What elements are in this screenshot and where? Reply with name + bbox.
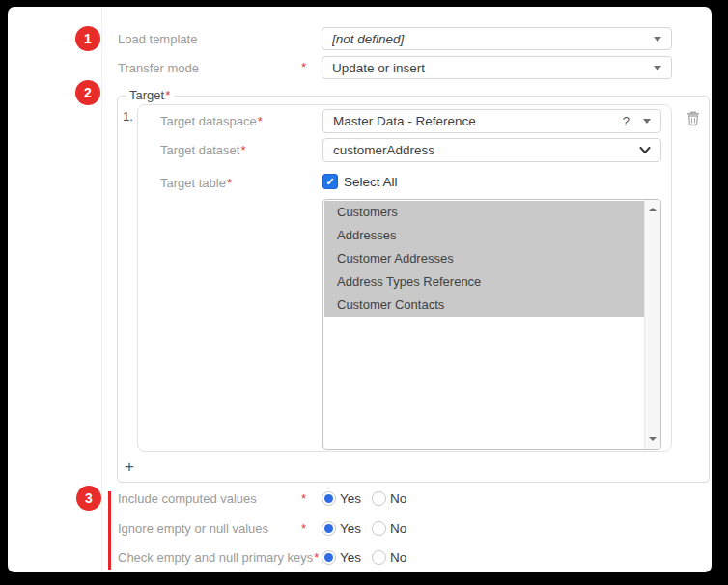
target-dataset-select[interactable]: customerAddress	[322, 138, 661, 162]
annotation-badge-1: 1	[75, 26, 100, 51]
transfer-mode-required-asterisk: *	[301, 60, 306, 74]
ignore-empty-values-label: Ignore empty or null values	[118, 521, 300, 536]
radio-no-label: No	[390, 550, 406, 565]
add-target-button[interactable]: +	[121, 459, 138, 476]
ignore-empty-values-radios: Yes No	[322, 517, 406, 539]
target-dataset-label: Target dataset	[160, 143, 239, 157]
target-dataspace-required-asterisk: *	[258, 114, 263, 128]
transfer-mode-dropdown[interactable]: Update or insert	[322, 56, 672, 79]
delete-target-button[interactable]	[685, 109, 702, 126]
chevron-down-icon	[639, 147, 651, 154]
radio-no[interactable]: No	[372, 491, 406, 506]
list-item[interactable]: Addresses	[324, 224, 644, 247]
target-dataset-value: customerAddress	[333, 143, 639, 157]
transfer-mode-value: Update or insert	[332, 61, 646, 75]
load-template-value: [not defined]	[332, 32, 646, 46]
scroll-down-icon[interactable]	[645, 432, 660, 447]
load-template-row: Load template	[118, 27, 197, 50]
target-dataspace-row: Target dataspace*	[160, 109, 263, 132]
list-item[interactable]: Customers	[324, 201, 644, 224]
required-asterisk: *	[301, 491, 306, 506]
select-all-label: Select All	[344, 175, 398, 189]
include-computed-values-radios: Yes No	[322, 488, 406, 509]
radio-yes-label: Yes	[340, 491, 361, 506]
radio-no[interactable]: No	[372, 550, 406, 565]
annotation-red-line	[108, 491, 111, 570]
select-all-checkbox[interactable]: ✓	[322, 174, 338, 189]
radio-no-label: No	[390, 521, 406, 536]
target-table-required-asterisk: *	[227, 176, 232, 190]
radio-button-yes[interactable]	[322, 521, 336, 536]
target-dataspace-value: Master Data - Reference	[333, 114, 615, 128]
target-legend-text: Target	[129, 88, 164, 102]
check-primary-keys-label: Check empty and null primary keys	[118, 550, 313, 565]
form-panel: Load template [not defined] Transfer mod…	[8, 7, 712, 572]
radio-button-yes[interactable]	[322, 550, 336, 565]
transfer-mode-row: Transfer mode	[118, 56, 199, 79]
radio-no[interactable]: No	[372, 521, 406, 536]
transfer-mode-label: Transfer mode	[118, 61, 199, 75]
help-question-mark-icon[interactable]: ?	[623, 114, 630, 128]
radio-button-no[interactable]	[372, 550, 386, 565]
required-asterisk: *	[301, 521, 306, 536]
caret-down-icon	[654, 37, 661, 42]
radio-yes[interactable]: Yes	[322, 521, 361, 536]
panel-left-divider	[101, 7, 102, 572]
radio-button-no[interactable]	[372, 491, 386, 506]
radio-yes-label: Yes	[340, 550, 361, 565]
radio-button-no[interactable]	[372, 521, 386, 536]
target-legend: Target*	[126, 88, 174, 102]
check-primary-keys-radios: Yes No	[322, 546, 406, 568]
target-item-card: Target dataspace* Master Data - Referenc…	[137, 104, 672, 452]
radio-yes[interactable]: Yes	[322, 491, 361, 506]
annotation-badge-2: 2	[75, 80, 100, 105]
load-template-label: Load template	[118, 32, 197, 46]
check-primary-keys-row: Check empty and null primary keys *	[118, 546, 319, 568]
target-table-label: Target table	[160, 176, 226, 190]
target-row-index: 1.	[123, 109, 133, 124]
radio-yes-label: Yes	[340, 521, 361, 536]
list-item[interactable]: Customer Addresses	[324, 247, 644, 270]
required-asterisk: *	[314, 550, 319, 565]
caret-down-icon	[654, 66, 661, 70]
target-table-listbox[interactable]: Customers Addresses Customer Addresses A…	[322, 199, 661, 450]
target-dataset-required-asterisk: *	[240, 143, 245, 157]
list-item[interactable]: Customer Contacts	[324, 293, 644, 317]
target-required-asterisk: *	[165, 88, 170, 102]
target-table-list: Customers Addresses Customer Addresses A…	[324, 201, 644, 317]
target-dataspace-label: Target dataspace	[160, 114, 257, 128]
listbox-scrollbar[interactable]	[644, 200, 660, 449]
ignore-empty-values-row: Ignore empty or null values *	[118, 517, 306, 539]
checkmark-icon: ✓	[325, 177, 334, 187]
radio-no-label: No	[390, 491, 406, 506]
radio-yes[interactable]: Yes	[322, 550, 361, 565]
load-template-dropdown[interactable]: [not defined]	[322, 27, 672, 50]
select-all-checkbox-row[interactable]: ✓ Select All	[322, 174, 398, 189]
annotation-badge-3: 3	[76, 486, 101, 511]
include-computed-values-label: Include computed values	[118, 491, 300, 506]
target-dataset-row: Target dataset*	[160, 138, 245, 161]
target-table-row: Target table*	[160, 171, 232, 194]
screenshot-root: { "badges": { "one": "1", "two": "2", "t…	[0, 0, 728, 585]
scroll-up-icon[interactable]	[645, 202, 660, 217]
list-item[interactable]: Address Types Reference	[324, 270, 644, 293]
include-computed-values-row: Include computed values *	[118, 488, 306, 509]
radio-button-yes[interactable]	[322, 491, 336, 506]
caret-down-icon	[643, 119, 651, 124]
target-dataspace-dropdown[interactable]: Master Data - Reference ?	[322, 109, 661, 133]
trash-icon	[685, 109, 702, 126]
